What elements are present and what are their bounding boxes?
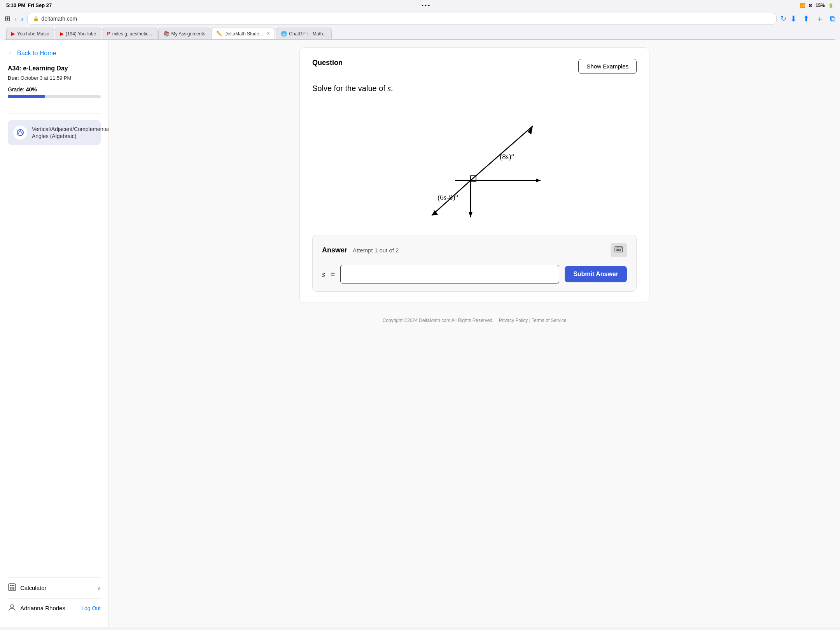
keyboard-icon bbox=[614, 246, 623, 252]
back-button[interactable]: ‹ bbox=[14, 14, 17, 23]
diagram-container: (8s)° (6s-8)° bbox=[312, 103, 637, 231]
grade-text: Grade: 40% bbox=[8, 86, 101, 93]
tabs-icon[interactable]: ⧉ bbox=[830, 14, 835, 23]
geometry-icon bbox=[16, 129, 24, 136]
terms-of-service-link[interactable]: Terms of Service bbox=[532, 318, 566, 323]
footer: Copyright ©2024 DeltaMath.com All Rights… bbox=[299, 311, 649, 327]
sidebar: ← Back to Home A34: e-Learning Day Due: … bbox=[0, 40, 109, 627]
logout-button[interactable]: Log Out bbox=[81, 605, 101, 611]
due-date-value: October 3 at 11:59 PM bbox=[21, 75, 72, 81]
svg-rect-29 bbox=[616, 249, 617, 250]
progress-bar-background bbox=[8, 95, 101, 98]
svg-rect-4 bbox=[13, 585, 14, 586]
keyboard-button[interactable] bbox=[611, 243, 627, 257]
chevron-down-icon: ∨ bbox=[97, 585, 101, 591]
pinterest-icon: P bbox=[107, 31, 110, 37]
svg-rect-8 bbox=[10, 588, 11, 590]
svg-rect-10 bbox=[13, 588, 14, 590]
tab-label: YouTube Music bbox=[17, 31, 49, 37]
svg-rect-24 bbox=[616, 248, 617, 248]
user-left: Adrianna Rhodes bbox=[8, 603, 65, 613]
question-prefix: Solve for the value of bbox=[312, 84, 387, 93]
status-center: • • • bbox=[422, 2, 430, 8]
svg-rect-5 bbox=[10, 587, 11, 588]
back-arrow-icon: ← bbox=[8, 49, 15, 57]
share-icon[interactable]: ⬆ bbox=[803, 14, 810, 23]
browser-actions: ⬇ ⬆ ＋ ⧉ bbox=[790, 14, 835, 24]
answer-header: Answer Attempt 1 out of 2 bbox=[322, 243, 627, 257]
reload-icon[interactable]: ↻ bbox=[780, 14, 786, 23]
add-tab-icon[interactable]: ＋ bbox=[816, 14, 824, 24]
deltamath-icon: ✏️ bbox=[216, 31, 222, 37]
tab-close-icon[interactable]: ✕ bbox=[266, 31, 270, 36]
lock-icon: 🔒 bbox=[33, 16, 39, 21]
privacy-policy-link[interactable]: Privacy Policy bbox=[499, 318, 528, 323]
user-icon bbox=[8, 603, 16, 613]
answer-section: Answer Attempt 1 out of 2 bbox=[312, 235, 637, 292]
assignment-title: A34: e-Learning Day bbox=[8, 65, 101, 72]
calculator-icon bbox=[8, 583, 16, 593]
url-text: deltamath.com bbox=[41, 16, 77, 22]
sidebar-toggle-icon[interactable]: ⊞ bbox=[5, 14, 10, 23]
tab-my-assignments[interactable]: 📚 My Assignments bbox=[158, 28, 210, 39]
answer-input-row: s = Submit Answer bbox=[322, 265, 627, 284]
svg-rect-30 bbox=[617, 249, 618, 250]
topic-label: Vertical/Adjacent/Complementary Angles (… bbox=[32, 126, 109, 140]
topic-card[interactable]: Vertical/Adjacent/Complementary Angles (… bbox=[8, 120, 101, 145]
tab-pinterest[interactable]: P miles g. aesthetic... bbox=[102, 28, 157, 39]
footer-separator: | bbox=[529, 318, 530, 323]
copyright: Copyright ©2024 DeltaMath.com All Rights… bbox=[383, 318, 494, 323]
answer-variable-label: s bbox=[322, 270, 325, 279]
calc-left: Calculator bbox=[8, 583, 47, 593]
tab-youtube-music[interactable]: ▶ YouTube Music bbox=[6, 28, 54, 39]
answer-input[interactable] bbox=[340, 265, 559, 284]
svg-rect-25 bbox=[617, 248, 618, 248]
submit-answer-button[interactable]: Submit Answer bbox=[565, 266, 627, 282]
download-icon[interactable]: ⬇ bbox=[790, 14, 797, 23]
browser-chrome: ⊞ ‹ › 🔒 deltamath.com ↻ ⬇ ⬆ ＋ ⧉ ▶ YouTub… bbox=[0, 10, 840, 40]
svg-marker-19 bbox=[469, 212, 472, 217]
question-variable: s bbox=[387, 83, 391, 93]
back-to-home-link[interactable]: ← Back to Home bbox=[8, 49, 101, 57]
svg-rect-26 bbox=[618, 248, 620, 248]
tab-deltamath[interactable]: ✏️ DeltaMath Stude... ✕ bbox=[211, 28, 275, 39]
tab-label: miles g. aesthetic... bbox=[112, 31, 152, 37]
answer-header-left: Answer Attempt 1 out of 2 bbox=[322, 246, 399, 254]
svg-marker-13 bbox=[536, 178, 541, 182]
address-bar[interactable]: 🔒 deltamath.com bbox=[27, 13, 777, 24]
battery: 15% bbox=[816, 3, 825, 8]
equals-sign: = bbox=[331, 270, 335, 279]
tab-label: DeltaMath Stude... bbox=[224, 31, 263, 37]
svg-rect-27 bbox=[620, 248, 621, 248]
show-examples-button[interactable]: Show Examples bbox=[578, 59, 637, 74]
content-area: Question Show Examples Solve for the val… bbox=[109, 40, 840, 627]
calculator-label: Calculator bbox=[20, 584, 47, 591]
calculator-row[interactable]: Calculator ∨ bbox=[8, 577, 101, 598]
youtube-music-icon: ▶ bbox=[11, 31, 15, 37]
svg-rect-31 bbox=[618, 249, 620, 250]
grade-value: 40% bbox=[26, 86, 37, 93]
browser-toolbar: ⊞ ‹ › 🔒 deltamath.com ↻ ⬇ ⬆ ＋ ⧉ bbox=[5, 13, 835, 24]
question-suffix: . bbox=[391, 84, 393, 93]
forward-button[interactable]: › bbox=[21, 14, 24, 23]
youtube-icon: ▶ bbox=[60, 31, 64, 37]
svg-point-11 bbox=[10, 605, 14, 608]
tab-label: My Assignments bbox=[172, 31, 205, 37]
svg-rect-9 bbox=[12, 588, 13, 590]
tab-youtube[interactable]: ▶ (194) YouTube bbox=[55, 28, 101, 39]
grade-section: Grade: 40% bbox=[8, 86, 101, 104]
svg-text:(6s-8)°: (6s-8)° bbox=[438, 193, 458, 202]
svg-rect-3 bbox=[12, 585, 13, 586]
svg-rect-7 bbox=[13, 587, 14, 588]
assignments-icon: 📚 bbox=[163, 31, 170, 37]
tab-chatgpt[interactable]: 🌐 ChatGPT - Math... bbox=[276, 28, 332, 39]
status-right: 📶 ⊙ 15% 🔋 bbox=[800, 3, 834, 8]
wifi-icon: 📶 bbox=[800, 3, 805, 8]
svg-text:(8s)°: (8s)° bbox=[500, 152, 514, 161]
svg-rect-33 bbox=[616, 250, 621, 251]
question-text: Solve for the value of s. bbox=[312, 83, 637, 93]
time: 5:10 PM bbox=[6, 2, 25, 8]
due-date: Due: October 3 at 11:59 PM bbox=[8, 75, 101, 81]
status-left: 5:10 PM Fri Sep 27 bbox=[6, 2, 52, 8]
sidebar-bottom: Calculator ∨ Adrianna Rhodes Log Out bbox=[8, 577, 101, 618]
